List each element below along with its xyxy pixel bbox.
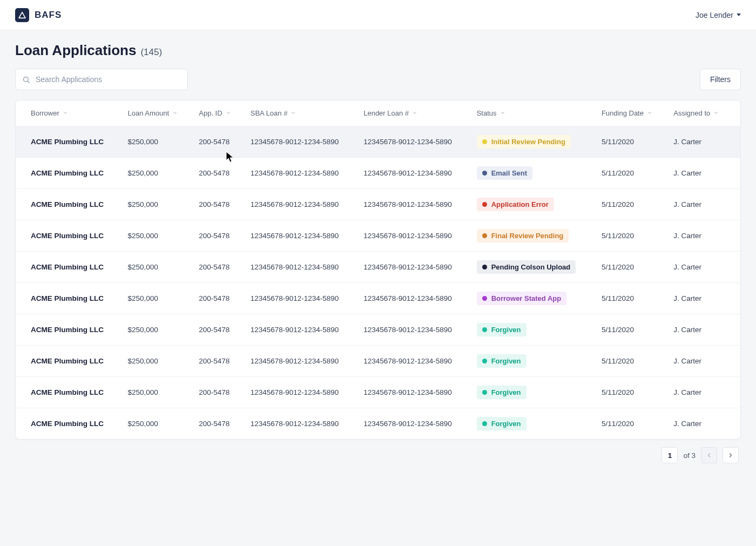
- user-menu[interactable]: Joe Lender: [696, 11, 741, 19]
- cell-status: Borrower Stated App: [469, 283, 594, 314]
- filters-button[interactable]: Filters: [700, 69, 741, 90]
- brand: BAFS: [15, 8, 62, 22]
- status-badge: Pending Colson Upload: [477, 260, 576, 274]
- status-dot-icon: [482, 359, 487, 363]
- column-label: Loan Amount: [127, 109, 169, 117]
- cell-assigned-to: J. Carter: [666, 126, 740, 158]
- table-row[interactable]: ACME Plumbing LLC$250,000200-54781234567…: [16, 158, 740, 189]
- table-row[interactable]: ACME Plumbing LLC$250,000200-54781234567…: [16, 408, 740, 440]
- cell-funding-date: 5/11/2020: [594, 189, 666, 220]
- page-next-button[interactable]: [723, 447, 739, 463]
- cell-loan-amount: $250,000: [120, 408, 191, 440]
- status-text: Final Review Pending: [491, 232, 564, 240]
- table-row[interactable]: ACME Plumbing LLC$250,000200-54781234567…: [16, 346, 740, 377]
- table-row[interactable]: ACME Plumbing LLC$250,000200-54781234567…: [16, 252, 740, 283]
- cell-lender-loan: 12345678-9012-1234-5890: [356, 189, 469, 220]
- cell-funding-date: 5/11/2020: [594, 283, 666, 314]
- status-text: Pending Colson Upload: [491, 263, 571, 271]
- status-dot-icon: [482, 327, 487, 332]
- chevron-down-icon: [172, 109, 178, 117]
- table-row[interactable]: ACME Plumbing LLC$250,000200-54781234567…: [16, 377, 740, 408]
- table-row[interactable]: ACME Plumbing LLC$250,000200-54781234567…: [16, 314, 740, 346]
- column-header-assigned_to[interactable]: Assigned to: [666, 100, 740, 126]
- cell-app-id: 200-5478: [191, 189, 242, 220]
- chevron-down-icon: [713, 109, 719, 117]
- cell-loan-amount: $250,000: [120, 377, 191, 408]
- column-header-status[interactable]: Status: [469, 100, 594, 126]
- status-text: Borrower Stated App: [491, 294, 562, 302]
- column-header-sba_loan[interactable]: SBA Loan #: [243, 100, 356, 126]
- page-prev-button[interactable]: [701, 447, 717, 463]
- cell-app-id: 200-5478: [191, 346, 242, 377]
- cell-lender-loan: 12345678-9012-1234-5890: [356, 314, 469, 346]
- status-badge: Forgiven: [477, 323, 526, 336]
- status-dot-icon: [482, 202, 487, 207]
- chevron-down-icon: [291, 109, 296, 117]
- applications-table: BorrowerLoan AmountApp. IDSBA Loan #Lend…: [15, 100, 741, 440]
- cell-funding-date: 5/11/2020: [594, 408, 666, 440]
- cell-app-id: 200-5478: [191, 158, 242, 189]
- search-box[interactable]: [15, 69, 188, 90]
- cell-assigned-to: J. Carter: [666, 408, 740, 440]
- column-header-amount[interactable]: Loan Amount: [120, 100, 191, 126]
- page-count: (145): [140, 47, 162, 58]
- table-row[interactable]: ACME Plumbing LLC$250,000200-54781234567…: [16, 126, 740, 158]
- cell-assigned-to: J. Carter: [666, 283, 740, 314]
- toolbar: Filters: [15, 69, 741, 90]
- status-text: Forgiven: [491, 357, 521, 365]
- cell-funding-date: 5/11/2020: [594, 126, 666, 158]
- cell-lender-loan: 12345678-9012-1234-5890: [356, 346, 469, 377]
- search-input[interactable]: [36, 75, 181, 84]
- cell-sba-loan: 12345678-9012-1234-5890: [243, 408, 356, 440]
- brand-logo-icon: [15, 8, 29, 22]
- cell-loan-amount: $250,000: [120, 126, 191, 158]
- cell-borrower: ACME Plumbing LLC: [16, 252, 120, 283]
- cell-sba-loan: 12345678-9012-1234-5890: [243, 126, 356, 158]
- cell-borrower: ACME Plumbing LLC: [16, 377, 120, 408]
- page-current[interactable]: 1: [662, 447, 678, 463]
- cell-sba-loan: 12345678-9012-1234-5890: [243, 158, 356, 189]
- column-header-lender_loan[interactable]: Lender Loan #: [356, 100, 469, 126]
- column-label: Lender Loan #: [363, 109, 409, 117]
- cell-assigned-to: J. Carter: [666, 346, 740, 377]
- svg-line-1: [28, 81, 29, 83]
- cell-loan-amount: $250,000: [120, 220, 191, 252]
- column-header-borrower[interactable]: Borrower: [16, 100, 120, 126]
- cell-funding-date: 5/11/2020: [594, 314, 666, 346]
- cell-loan-amount: $250,000: [120, 158, 191, 189]
- cell-funding-date: 5/11/2020: [594, 252, 666, 283]
- cell-lender-loan: 12345678-9012-1234-5890: [356, 377, 469, 408]
- status-dot-icon: [482, 233, 487, 238]
- cell-lender-loan: 12345678-9012-1234-5890: [356, 220, 469, 252]
- cell-status: Forgiven: [469, 314, 594, 346]
- cell-status: Forgiven: [469, 408, 594, 440]
- cell-borrower: ACME Plumbing LLC: [16, 189, 120, 220]
- cell-status: Final Review Pending: [469, 220, 594, 252]
- chevron-right-icon: [727, 452, 734, 459]
- column-header-app_id[interactable]: App. ID: [191, 100, 242, 126]
- table-row[interactable]: ACME Plumbing LLC$250,000200-54781234567…: [16, 283, 740, 314]
- chevron-down-icon: [500, 109, 505, 117]
- cell-status: Initial Review Pending: [469, 126, 594, 158]
- cell-borrower: ACME Plumbing LLC: [16, 158, 120, 189]
- status-text: Forgiven: [491, 420, 521, 428]
- page-title: Loan Applications: [15, 42, 136, 59]
- table-row[interactable]: ACME Plumbing LLC$250,000200-54781234567…: [16, 189, 740, 220]
- cell-loan-amount: $250,000: [120, 283, 191, 314]
- cell-app-id: 200-5478: [191, 377, 242, 408]
- status-text: Initial Review Pending: [491, 138, 565, 146]
- cell-status: Forgiven: [469, 377, 594, 408]
- cell-borrower: ACME Plumbing LLC: [16, 283, 120, 314]
- cell-funding-date: 5/11/2020: [594, 220, 666, 252]
- status-dot-icon: [482, 421, 487, 426]
- table-row[interactable]: ACME Plumbing LLC$250,000200-54781234567…: [16, 220, 740, 252]
- page-title-row: Loan Applications (145): [15, 42, 741, 59]
- cell-assigned-to: J. Carter: [666, 220, 740, 252]
- cell-assigned-to: J. Carter: [666, 252, 740, 283]
- column-label: Funding Date: [602, 109, 644, 117]
- cell-borrower: ACME Plumbing LLC: [16, 408, 120, 440]
- chevron-down-icon: [412, 109, 417, 117]
- chevron-down-icon: [63, 109, 68, 117]
- column-header-funding_date[interactable]: Funding Date: [594, 100, 666, 126]
- chevron-down-icon: [647, 109, 652, 117]
